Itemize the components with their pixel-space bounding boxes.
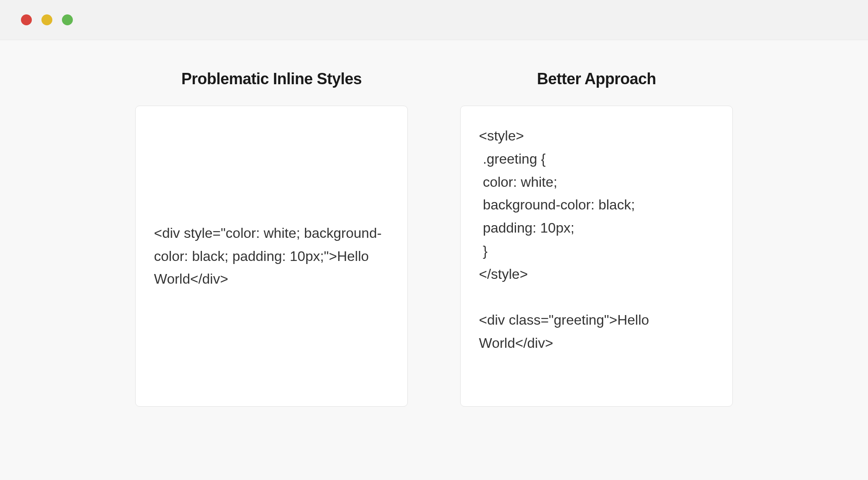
titlebar [0,0,868,40]
content-area: Problematic Inline Styles <div style="co… [0,40,868,480]
right-code-text: <style> .greeting { color: white; backgr… [479,124,714,355]
minimize-icon[interactable] [41,14,52,25]
left-title: Problematic Inline Styles [181,70,362,88]
right-title: Better Approach [537,70,656,88]
maximize-icon[interactable] [62,14,73,25]
column-left: Problematic Inline Styles <div style="co… [135,70,408,480]
window-frame: Problematic Inline Styles <div style="co… [0,0,868,480]
close-icon[interactable] [21,14,32,25]
column-right: Better Approach <style> .greeting { colo… [460,70,733,480]
left-code-box: <div style="color: white; background-col… [135,106,408,407]
right-code-box: <style> .greeting { color: white; backgr… [460,106,733,407]
left-code-text: <div style="color: white; background-col… [154,222,389,291]
